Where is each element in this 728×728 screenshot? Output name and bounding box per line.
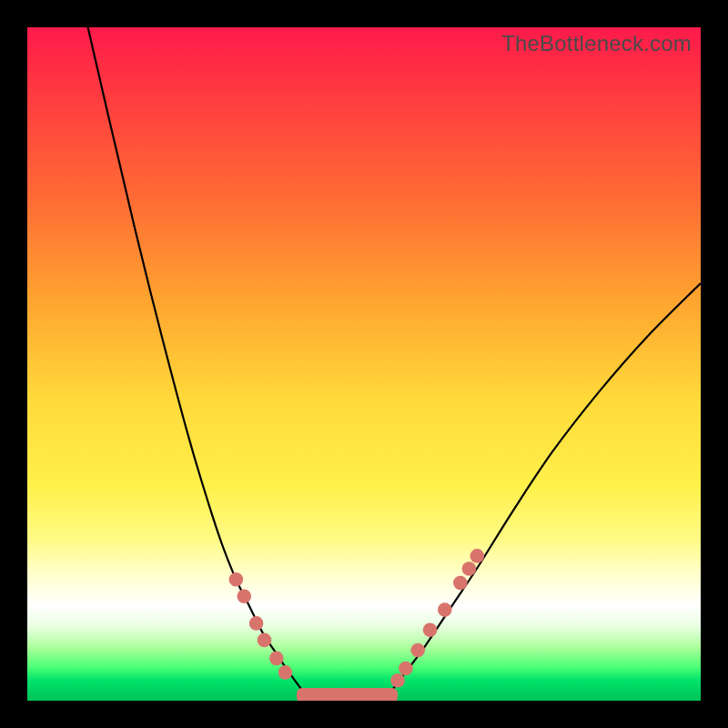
curve-bead — [229, 572, 244, 587]
curve-bead — [258, 633, 272, 648]
curve-layer — [27, 27, 701, 701]
beads-right — [390, 549, 484, 687]
curve-bead — [390, 673, 405, 688]
left-curve — [88, 27, 310, 701]
curve-bead — [453, 576, 468, 591]
curve-bead — [470, 549, 485, 563]
plot-area: TheBottleneck.com — [27, 27, 701, 701]
base-band — [297, 688, 398, 701]
curve-bead — [269, 652, 284, 666]
curve-bead — [462, 561, 477, 576]
curve-bead — [438, 602, 452, 617]
curve-bead — [410, 643, 425, 658]
curve-bead — [249, 616, 264, 631]
right-curve — [384, 283, 701, 701]
curve-bead — [237, 590, 251, 604]
curve-bead — [423, 623, 438, 638]
curve-bead — [278, 665, 293, 680]
chart-frame: TheBottleneck.com — [0, 0, 728, 728]
curve-bead — [399, 662, 413, 676]
